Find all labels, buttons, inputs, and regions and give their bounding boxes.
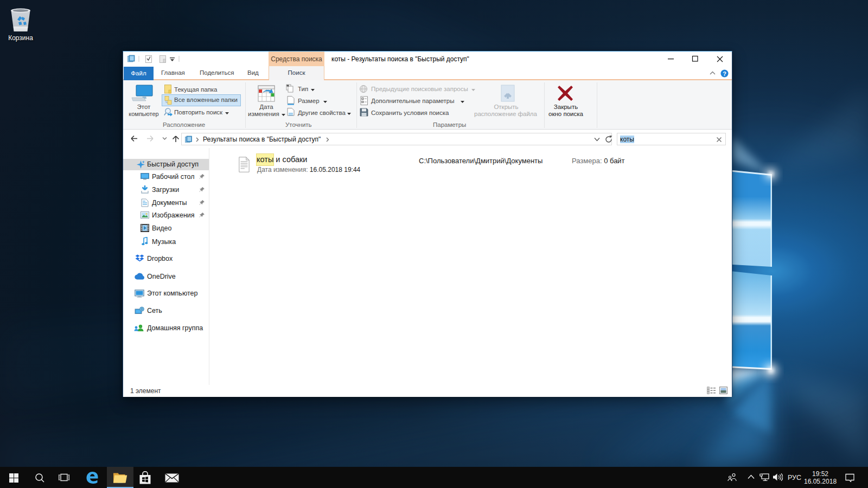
svg-text:?: ? <box>723 70 726 77</box>
